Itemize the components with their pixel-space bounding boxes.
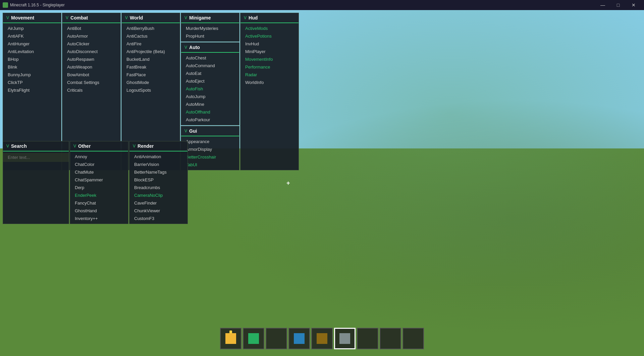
close-button[interactable]: ✕: [626, 0, 641, 10]
hotbar-slot-9-inner: [405, 330, 421, 347]
app-icon: [3, 2, 8, 8]
title-bar-text: Minecraft 1.16.5 - Singleplayer: [10, 3, 65, 7]
title-bar-controls: — □ ✕: [595, 0, 641, 10]
hotbar-slot-1[interactable]: [220, 328, 241, 349]
hotbar-slot-2[interactable]: [243, 328, 264, 349]
hotbar-slot-8[interactable]: [380, 328, 401, 349]
hotbar-slot-9[interactable]: [402, 328, 424, 349]
hotbar-slot-7[interactable]: [357, 328, 378, 349]
hotbar-slot-3[interactable]: [266, 328, 287, 349]
hotbar-slot-4[interactable]: [288, 328, 310, 349]
hotbar-slot-8-inner: [382, 330, 398, 347]
minimize-button[interactable]: —: [595, 0, 610, 10]
hotbar-slot-2-inner: [246, 330, 262, 347]
hotbar-slot-5-inner: [314, 330, 330, 347]
maximize-button[interactable]: □: [610, 0, 626, 10]
hotbar-slot-5[interactable]: [311, 328, 333, 349]
hotbar-slot-3-inner: [268, 330, 284, 347]
hotbar-slot-6[interactable]: [334, 328, 356, 349]
hotbar-slot-4-inner: [291, 330, 307, 347]
hotbar: [220, 328, 424, 349]
hotbar-slot-7-inner: [360, 330, 376, 347]
crosshair: +: [286, 180, 293, 186]
title-bar-left: Minecraft 1.16.5 - Singleplayer: [3, 2, 65, 8]
hotbar-slot-1-inner: [223, 330, 239, 347]
hotbar-slot-6-inner: [337, 330, 353, 347]
game-background: +: [0, 10, 644, 356]
title-bar: Minecraft 1.16.5 - Singleplayer — □ ✕: [0, 0, 644, 10]
